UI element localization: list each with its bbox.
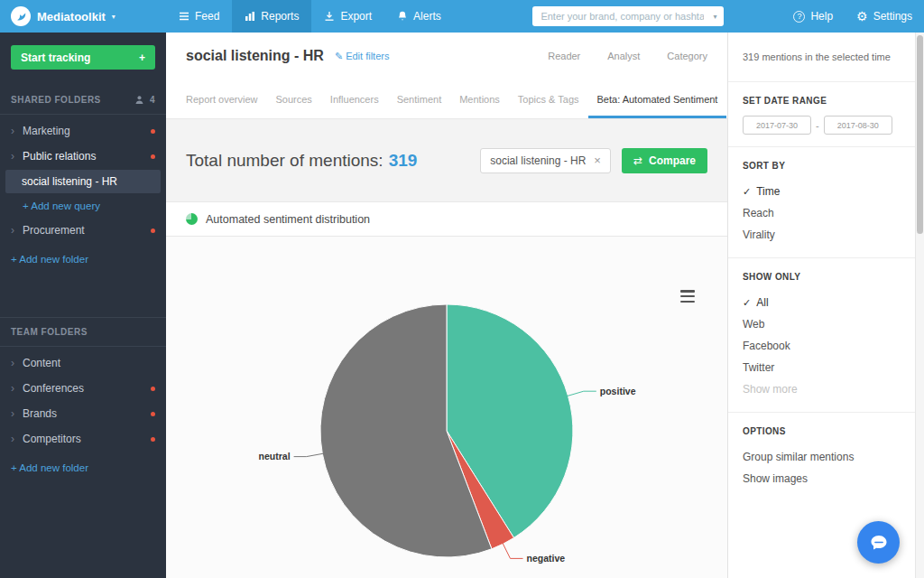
- sidebar-folder-brands[interactable]: › Brands: [0, 401, 166, 426]
- sort-by-section: SORT BY ✓Time Reach Virality: [728, 147, 915, 258]
- pie-label-connector-negative: [503, 543, 523, 559]
- show-only-section: SHOW ONLY ✓All Web Facebook Twitter Show…: [728, 258, 915, 413]
- mediatoolkit-logo: [11, 6, 31, 26]
- chevron-down-icon: ▾: [112, 13, 116, 21]
- reports-icon: [245, 11, 255, 22]
- sort-option-reach[interactable]: Reach: [743, 202, 901, 224]
- compare-button[interactable]: ⇄ Compare: [622, 148, 707, 173]
- start-tracking-button[interactable]: Start tracking +: [11, 45, 155, 70]
- sidebar-folder-marketing[interactable]: › Marketing: [0, 118, 166, 144]
- feed-icon: [179, 11, 189, 22]
- view-mode-reader[interactable]: Reader: [548, 51, 580, 61]
- brand-name: Mediatoolkit: [37, 10, 106, 23]
- option-show-images[interactable]: Show images: [743, 468, 901, 489]
- chat-launcher-button[interactable]: [857, 521, 900, 564]
- nav-alerts[interactable]: Alerts: [384, 0, 454, 33]
- pie-label-positive: positive: [600, 386, 636, 396]
- total-mentions-value: 319: [389, 151, 418, 170]
- remove-chip-icon[interactable]: ×: [594, 154, 601, 166]
- page-title: social listening - HR: [186, 48, 324, 64]
- option-group-similar-mentions[interactable]: Group similar mentions: [743, 446, 901, 468]
- menu-line: [680, 290, 695, 293]
- top-navbar: Mediatoolkit ▾ Feed Reports Export Alert…: [0, 0, 924, 33]
- sidebar-folder-procurement[interactable]: › Procurement: [0, 218, 166, 243]
- menu-line: [680, 301, 695, 303]
- total-mentions: Total number of mentions:319: [186, 151, 417, 171]
- nav-feed[interactable]: Feed: [166, 0, 232, 33]
- add-new-folder-link[interactable]: + Add new folder: [0, 452, 166, 484]
- primary-nav: Feed Reports Export Alerts: [166, 0, 454, 33]
- pie-label-negative: negative: [527, 553, 566, 564]
- view-mode-switcher: Reader Analyst Category: [548, 51, 707, 61]
- date-from-input[interactable]: [743, 116, 811, 135]
- options-title: OPTIONS: [743, 426, 901, 436]
- sidebar-query-social-listening-hr[interactable]: social listening - HR: [5, 170, 161, 193]
- date-range-title: SET DATE RANGE: [743, 96, 901, 106]
- unread-dot: [151, 387, 155, 391]
- settings-button[interactable]: ⚙ Settings: [845, 10, 924, 23]
- show-option-facebook[interactable]: Facebook: [743, 335, 901, 357]
- edit-filters-link[interactable]: ✎ Edit filters: [335, 51, 390, 62]
- scrollbar-thumb[interactable]: [917, 35, 923, 234]
- shared-count: 4: [150, 95, 155, 105]
- report-tabs: Report overview Sources Influencers Sent…: [166, 79, 727, 119]
- date-separator: -: [816, 120, 819, 131]
- unread-dot: [151, 129, 155, 134]
- page-scrollbar[interactable]: [915, 33, 924, 578]
- add-new-folder-link[interactable]: + Add new folder: [0, 243, 166, 275]
- nav-export[interactable]: Export: [311, 0, 384, 33]
- tab-topics-tags[interactable]: Topics & Tags: [509, 94, 588, 118]
- alerts-bell-icon: [397, 11, 408, 22]
- brand-menu[interactable]: Mediatoolkit ▾: [0, 6, 166, 26]
- show-option-web[interactable]: Web: [743, 313, 901, 335]
- tab-report-overview[interactable]: Report overview: [186, 94, 266, 118]
- check-icon: ✓: [743, 186, 751, 197]
- chart-context-menu-button[interactable]: [679, 289, 697, 303]
- sidebar-folder-conferences[interactable]: › Conferences: [0, 376, 166, 401]
- add-new-query-link[interactable]: + Add new query: [0, 194, 166, 218]
- show-more-link[interactable]: Show more: [743, 378, 901, 400]
- view-mode-analyst[interactable]: Analyst: [607, 51, 640, 61]
- sort-option-virality[interactable]: Virality: [743, 224, 901, 246]
- pie-label-neutral: neutral: [259, 451, 291, 461]
- search-dropdown-chevron-icon[interactable]: ▾: [713, 13, 716, 21]
- brand-search: ▾: [532, 6, 724, 26]
- mentions-summary: 319 mentions in the selected time: [728, 33, 915, 82]
- show-option-all[interactable]: ✓All: [743, 292, 901, 313]
- sidebar-folder-public-relations[interactable]: › Public relations: [0, 144, 166, 169]
- show-option-twitter[interactable]: Twitter: [743, 357, 901, 378]
- date-to-input[interactable]: [824, 116, 892, 135]
- pencil-icon: ✎: [335, 51, 343, 62]
- tab-influencers[interactable]: Influencers: [321, 94, 388, 118]
- compare-arrows-icon: ⇄: [633, 154, 642, 167]
- report-header: social listening - HR ✎ Edit filters Rea…: [166, 33, 727, 79]
- tab-beta-automated-sentiment[interactable]: Beta: Automated Sentiment: [588, 94, 727, 118]
- pie-chart-icon: [186, 213, 198, 225]
- tab-mentions[interactable]: Mentions: [450, 94, 509, 118]
- bird-icon: [15, 11, 27, 23]
- pie-label-connector-positive: [567, 391, 596, 396]
- topbar-right: ▾ ? Help ⚙ Settings: [532, 0, 924, 33]
- nav-reports[interactable]: Reports: [232, 0, 311, 33]
- left-sidebar: Start tracking + SHARED FOLDERS 4 › Mark…: [0, 33, 166, 578]
- chevron-right-icon: ›: [11, 151, 14, 162]
- search-input[interactable]: [532, 6, 724, 26]
- chevron-right-icon: ›: [11, 126, 14, 136]
- unread-dot: [151, 412, 155, 416]
- menu-line: [680, 295, 695, 298]
- people-icon: [134, 95, 144, 105]
- chip-label: social listening - HR: [490, 154, 586, 167]
- export-icon: [324, 11, 335, 22]
- query-filter-chip[interactable]: social listening - HR ×: [480, 148, 611, 173]
- sidebar-folder-competitors[interactable]: › Competitors: [0, 426, 166, 452]
- tab-sources[interactable]: Sources: [266, 94, 320, 118]
- sidebar-folder-content[interactable]: › Content: [0, 350, 166, 376]
- sort-option-time[interactable]: ✓Time: [743, 181, 901, 202]
- plus-icon: +: [139, 51, 145, 64]
- filters-sidebar: 319 mentions in the selected time SET DA…: [727, 33, 915, 578]
- tab-sentiment[interactable]: Sentiment: [388, 94, 451, 118]
- shared-folders-header: SHARED FOLDERS 4: [0, 86, 166, 115]
- help-button[interactable]: ? Help: [781, 10, 845, 23]
- unread-dot: [151, 228, 155, 233]
- view-mode-category[interactable]: Category: [667, 51, 707, 61]
